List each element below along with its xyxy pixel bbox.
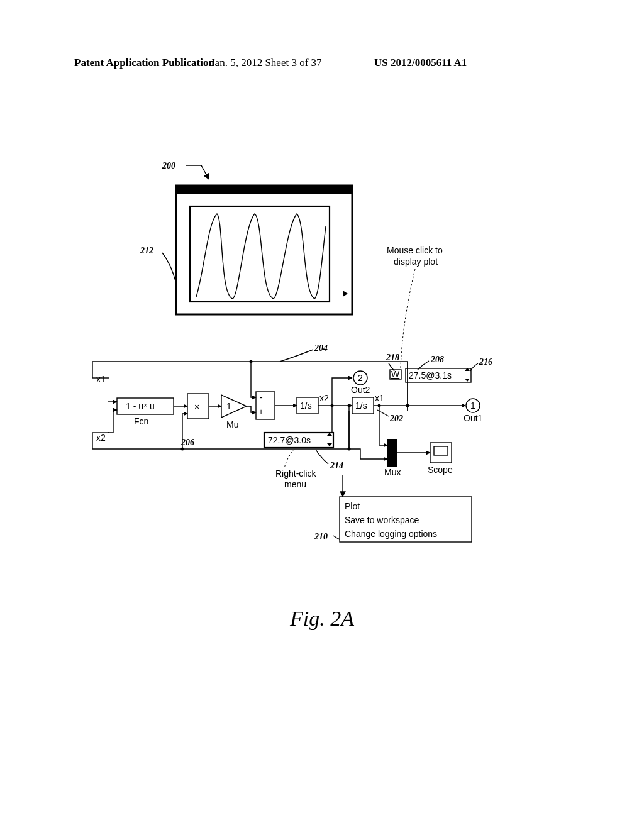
figure-caption: Fig. 2A — [0, 607, 644, 631]
integrator-1-block[interactable]: 1/s — [297, 397, 318, 414]
ref-212: 212 — [140, 246, 153, 255]
svg-rect-0 — [176, 185, 352, 314]
signal-x1: x1 — [375, 393, 384, 403]
out1-port[interactable]: 1 Out1 — [464, 399, 483, 423]
ref-206: 206 — [180, 438, 194, 447]
mu-label: Mu — [226, 419, 238, 429]
svg-text:1: 1 — [470, 401, 475, 411]
right-click-label-1: Right-click — [275, 468, 317, 479]
ref-210: 210 — [314, 532, 328, 541]
svg-point-6 — [181, 448, 184, 451]
svg-text:1/s: 1/s — [300, 401, 312, 411]
mouse-click-label-2: display plot — [394, 257, 438, 267]
value-display-b[interactable]: 27.5@3.1s — [406, 368, 471, 382]
ref-208: 208 — [430, 355, 444, 364]
label-x2: x2 — [96, 433, 106, 443]
ref-214: 214 — [330, 461, 343, 470]
scope-block[interactable]: Scope — [428, 443, 453, 475]
spinner-down-icon[interactable] — [465, 379, 470, 382]
menu-item-plot[interactable]: Plot — [345, 501, 360, 511]
svg-text:72.7@3.0s: 72.7@3.0s — [268, 435, 311, 445]
fcn-label: Fcn — [134, 416, 148, 426]
svg-point-29 — [378, 404, 381, 407]
out2-port[interactable]: 2 Out2 — [351, 371, 370, 395]
value-display-a[interactable]: 72.7@3.0s — [264, 433, 333, 448]
svg-text:27.5@3.1s: 27.5@3.1s — [409, 370, 452, 380]
svg-text:-: - — [260, 392, 263, 402]
mux-block[interactable]: Mux — [384, 439, 401, 477]
mouse-click-label-1: Mouse click to — [387, 245, 443, 255]
ref-204: 204 — [314, 343, 328, 353]
scope-label: Scope — [428, 465, 453, 475]
svg-rect-32 — [430, 443, 452, 463]
sum-block[interactable]: - + — [256, 392, 275, 419]
menu-item-save[interactable]: Save to workspace — [345, 515, 419, 525]
out2-label: Out2 — [351, 385, 370, 395]
out1-label: Out1 — [464, 413, 483, 423]
label-x1: x1 — [96, 374, 106, 384]
svg-rect-33 — [434, 446, 448, 455]
signal-x2: x2 — [319, 393, 329, 403]
right-click-label-2: menu — [284, 479, 306, 489]
product-block[interactable]: × — [187, 394, 209, 419]
svg-text:1/s: 1/s — [355, 401, 367, 411]
svg-rect-1 — [176, 185, 352, 194]
ref-216: 216 — [479, 357, 492, 367]
svg-text:1 - uˣ u: 1 - uˣ u — [126, 401, 155, 411]
scope-window — [176, 185, 352, 314]
svg-text:+: + — [258, 407, 264, 417]
spinner-down-icon[interactable] — [327, 443, 332, 446]
ref-218: 218 — [386, 353, 399, 362]
svg-text:×: × — [194, 402, 199, 412]
w-badge[interactable]: W — [390, 369, 401, 379]
mux-label: Mux — [384, 467, 401, 477]
svg-text:2: 2 — [358, 373, 363, 383]
figure-2a: 200 212 Mouse click to display plot x1 x… — [0, 0, 644, 830]
scope-waveform — [196, 214, 326, 299]
svg-rect-28 — [387, 439, 397, 467]
svg-text:1: 1 — [226, 401, 231, 411]
integrator-2-block[interactable]: 1/s — [352, 397, 374, 414]
svg-point-11 — [250, 360, 253, 363]
context-menu: Plot Save to workspace Change logging op… — [340, 497, 472, 542]
ref-200: 200 — [162, 161, 175, 170]
svg-point-31 — [348, 404, 351, 407]
ref-202: 202 — [389, 414, 403, 423]
fcn-block[interactable]: 1 - uˣ u Fcn — [117, 398, 174, 426]
menu-item-options[interactable]: Change logging options — [345, 529, 437, 539]
gain-mu-block[interactable]: 1 Mu — [221, 395, 247, 429]
svg-text:W: W — [391, 369, 400, 379]
